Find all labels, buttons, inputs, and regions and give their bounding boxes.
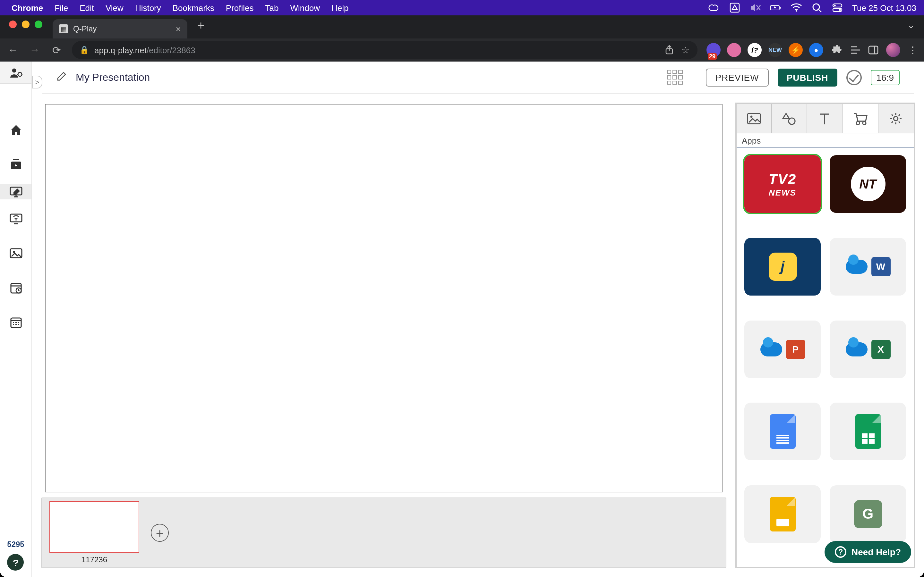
panel-tab-image-icon[interactable] xyxy=(737,104,772,133)
nav-forward-button[interactable]: → xyxy=(28,44,41,56)
sidebar-editor-icon[interactable] xyxy=(0,184,31,199)
menu-edit[interactable]: Edit xyxy=(79,3,94,13)
macos-status-icons: Tue 25 Oct 13.03 xyxy=(708,2,916,13)
extension-icons: 29 f? NEW ⚡ ● xyxy=(706,43,823,57)
window-zoom-button[interactable] xyxy=(35,21,42,28)
sidebar-image-icon[interactable] xyxy=(8,245,23,261)
sidebar-home-icon[interactable] xyxy=(8,122,23,138)
sidebar-help-button[interactable]: ? xyxy=(7,554,24,571)
profile-avatar[interactable] xyxy=(886,43,900,57)
excel-icon: X xyxy=(871,340,890,359)
nav-reload-button[interactable]: ⟳ xyxy=(50,44,63,56)
menu-profiles[interactable]: Profiles xyxy=(226,3,254,13)
app-nt-label: NT xyxy=(851,167,885,201)
browser-tab-qplay[interactable]: ▦ Q-Play × xyxy=(53,19,187,39)
svg-rect-11 xyxy=(869,46,878,54)
publish-button[interactable]: PUBLISH xyxy=(778,68,837,86)
app-google-slides[interactable] xyxy=(744,485,821,543)
control-center-icon[interactable] xyxy=(832,2,843,13)
cloud-icon xyxy=(845,342,867,356)
battery-charging-icon[interactable] xyxy=(770,2,782,13)
triangle-status-icon[interactable] xyxy=(729,2,740,13)
preview-button[interactable]: PREVIEW xyxy=(706,68,768,86)
chrome-window: ▦ Q-Play × ＋ ⌄ ← → ⟳ 🔒 app.q-play.net/ed… xyxy=(0,15,924,577)
app-tv2-news-line1: TV2 xyxy=(769,171,796,187)
google-docs-icon xyxy=(770,414,795,449)
bookmark-star-icon[interactable]: ☆ xyxy=(682,45,690,55)
menu-file[interactable]: File xyxy=(55,3,68,13)
panel-tab-settings-icon[interactable] xyxy=(879,104,914,133)
extension-purple-icon[interactable]: 29 xyxy=(706,43,720,57)
menu-window[interactable]: Window xyxy=(290,3,320,13)
spotlight-search-icon[interactable] xyxy=(811,2,822,13)
app-g-form[interactable]: G xyxy=(830,485,906,543)
site-lock-icon[interactable]: 🔒 xyxy=(79,45,89,55)
extension-fontface-icon[interactable]: f? xyxy=(748,43,762,57)
extension-new-icon[interactable]: NEW xyxy=(768,43,782,57)
svg-point-8 xyxy=(834,5,836,6)
sidebar-schedule-icon[interactable] xyxy=(8,280,23,295)
need-help-button[interactable]: ? Need Help? xyxy=(825,541,911,563)
svg-point-9 xyxy=(839,9,841,11)
editor-main-column: My Presentation PREVIEW PUBLISH 16:9 xyxy=(32,61,924,577)
new-tab-button[interactable]: ＋ xyxy=(195,17,207,33)
panel-tab-apps-icon[interactable] xyxy=(843,104,878,133)
app-onedrive-word[interactable]: W xyxy=(830,238,906,295)
address-bar[interactable]: 🔒 app.q-play.net/editor/23863 ☆ xyxy=(72,41,698,59)
status-check-icon[interactable] xyxy=(846,69,862,85)
svg-point-34 xyxy=(894,116,898,120)
creative-cloud-icon[interactable] xyxy=(708,2,720,13)
app-google-sheets[interactable] xyxy=(830,403,906,461)
menubar-app-name[interactable]: Chrome xyxy=(11,3,43,13)
reading-list-icon[interactable] xyxy=(850,45,861,55)
rename-pencil-icon[interactable] xyxy=(57,71,67,83)
powerpoint-icon: P xyxy=(786,340,805,359)
tab-close-icon[interactable]: × xyxy=(176,24,181,34)
apps-grid[interactable]: TV2 NEWS NT j W xyxy=(737,147,914,567)
panel-tab-shapes-icon[interactable] xyxy=(772,104,807,133)
nav-back-button[interactable]: ← xyxy=(6,44,19,56)
sidebar-screens-icon[interactable] xyxy=(8,211,23,226)
grid-toggle-icon[interactable] xyxy=(667,69,682,85)
menubar-datetime[interactable]: Tue 25 Oct 13.03 xyxy=(852,3,916,13)
app-j[interactable]: j xyxy=(744,238,821,295)
sidebar-calendar-icon[interactable] xyxy=(8,315,23,330)
add-slide-button[interactable]: ＋ xyxy=(151,524,169,542)
sidebar-media-icon[interactable] xyxy=(8,157,23,172)
extension-pink-icon[interactable] xyxy=(727,43,741,57)
svg-point-32 xyxy=(856,121,859,124)
editor-header: My Presentation PREVIEW PUBLISH 16:9 xyxy=(42,61,914,93)
window-close-button[interactable] xyxy=(9,21,17,28)
google-sheets-icon xyxy=(855,414,881,449)
tab-search-icon[interactable]: ⌄ xyxy=(907,20,919,34)
app-onedrive-powerpoint[interactable]: P xyxy=(744,320,821,378)
presentation-title[interactable]: My Presentation xyxy=(76,71,150,83)
app-tv2-news[interactable]: TV2 NEWS xyxy=(744,155,821,213)
tab-title: Q-Play xyxy=(73,24,97,33)
menu-bookmarks[interactable]: Bookmarks xyxy=(173,3,214,13)
slide-thumbnail-1[interactable] xyxy=(49,501,139,553)
app-onedrive-excel[interactable]: X xyxy=(830,320,906,378)
app-google-docs[interactable] xyxy=(744,403,821,461)
volume-muted-icon[interactable] xyxy=(750,2,761,13)
sidebar-account-settings[interactable] xyxy=(0,61,31,84)
aspect-ratio-selector[interactable]: 16:9 xyxy=(871,69,900,85)
macos-app-menus: Chrome File Edit View History Bookmarks … xyxy=(11,3,349,13)
sidepanel-icon[interactable] xyxy=(868,45,879,55)
svg-point-4 xyxy=(813,4,819,10)
menu-tab[interactable]: Tab xyxy=(265,3,279,13)
sidebar-footer-number: 5295 xyxy=(7,540,24,549)
panel-tab-text-icon[interactable] xyxy=(808,104,843,133)
wifi-icon[interactable] xyxy=(790,2,802,13)
app-nt[interactable]: NT xyxy=(830,155,906,213)
chrome-menu-icon[interactable]: ⋮ xyxy=(908,44,918,56)
menu-history[interactable]: History xyxy=(135,3,161,13)
slide-canvas[interactable] xyxy=(45,104,722,492)
extension-blue-icon[interactable]: ● xyxy=(809,43,823,57)
share-icon[interactable] xyxy=(665,45,674,55)
extension-orange-icon[interactable]: ⚡ xyxy=(788,43,803,57)
extensions-puzzle-icon[interactable] xyxy=(832,45,843,55)
menu-view[interactable]: View xyxy=(105,3,124,13)
window-minimize-button[interactable] xyxy=(22,21,29,28)
menu-help[interactable]: Help xyxy=(331,3,349,13)
